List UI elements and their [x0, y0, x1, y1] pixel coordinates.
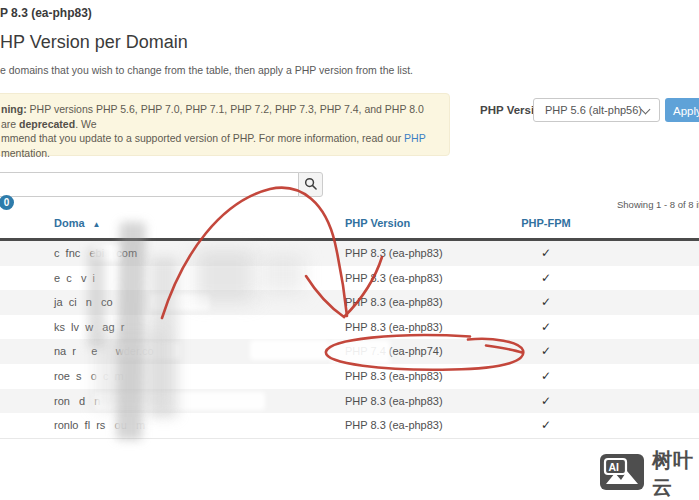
- check-icon: ✓: [506, 364, 586, 389]
- multiphp-manager-page: P 8.3 (ea-php83) HP Version per Domain e…: [0, 0, 699, 500]
- domain-cell: ks lv w ag r: [0, 315, 345, 340]
- warning-deprecated: deprecated: [19, 118, 75, 130]
- table-row[interactable]: e c v i PHP 8.3 (ea-php83) ✓: [0, 266, 699, 291]
- check-icon: ✓: [506, 339, 586, 364]
- sort-asc-icon[interactable]: ▲: [93, 220, 101, 229]
- check-icon: ✓: [506, 290, 586, 315]
- php-version-select[interactable]: PHP 5.6 (alt-php56): [533, 98, 660, 122]
- watermark-brand-text: 树叶云: [652, 447, 699, 500]
- php-version-cell: PHP 8.3 (ea-php83): [345, 241, 506, 266]
- check-icon: ✓: [506, 241, 586, 266]
- domain-cell: na r e wder.co: [0, 339, 345, 364]
- check-icon: ✓: [506, 389, 586, 414]
- php-doc-link[interactable]: PHP: [404, 132, 426, 144]
- domain-cell: ja ci n co: [0, 290, 345, 315]
- warning-line2: mmend that you update to a supported ver…: [1, 132, 404, 144]
- chevron-down-icon: [641, 105, 651, 115]
- table-row[interactable]: ja ci n co PHP 8.3 (ea-php83) ✓: [0, 290, 699, 315]
- check-icon: ✓: [506, 315, 586, 340]
- php-version-cell: PHP 8.3 (ea-php83): [345, 413, 506, 438]
- search-icon: [304, 177, 317, 193]
- php-version-selected-option: PHP 5.6 (alt-php56): [545, 104, 642, 116]
- table-row[interactable]: ks lv w ag r PHP 8.3 (ea-php83) ✓: [0, 315, 699, 340]
- domain-cell: ronlo fl rs ou m: [0, 413, 345, 438]
- table-row[interactable]: ron d n PHP 8.3 (ea-php83) ✓: [0, 389, 699, 414]
- selected-count-badge: 0: [0, 195, 14, 210]
- php-version-cell: PHP 8.3 (ea-php83): [345, 290, 506, 315]
- watermark: AI 树叶云: [599, 447, 699, 500]
- domain-cell: c fnc ebi com: [0, 241, 345, 266]
- check-icon: ✓: [506, 413, 586, 438]
- warning-line1-end: . We: [75, 118, 96, 130]
- page-title: HP Version per Domain: [0, 32, 188, 53]
- table-row[interactable]: c fnc ebi com PHP 8.3 (ea-php83) ✓: [0, 241, 699, 266]
- column-header-domain[interactable]: Doma▲: [0, 217, 345, 229]
- php-version-cell: PHP 8.3 (ea-php83): [345, 315, 506, 340]
- php-version-cell: PHP 8.3 (ea-php83): [345, 364, 506, 389]
- domain-cell: roe s o c m: [0, 364, 345, 389]
- apply-button[interactable]: Apply: [665, 98, 699, 122]
- search-input[interactable]: [0, 172, 299, 197]
- php-version-cell: PHP 8.3 (ea-php83): [345, 266, 506, 291]
- column-header-php-fpm[interactable]: PHP-FPM: [506, 217, 586, 229]
- table-row[interactable]: na r e wder.co PHP 7.4 (ea-php74) ✓: [0, 339, 699, 364]
- system-php-version-label: P 8.3 (ea-php83): [0, 6, 92, 20]
- table-body: c fnc ebi com PHP 8.3 (ea-php83) ✓ e c v…: [0, 241, 699, 438]
- table-bottom-divider: [0, 438, 699, 439]
- php-version-cell: PHP 8.3 (ea-php83): [345, 389, 506, 414]
- warning-line3: mentation.: [1, 147, 50, 159]
- table-header-row: Doma▲ PHP Version PHP-FPM: [0, 217, 699, 229]
- search-button[interactable]: [298, 172, 323, 197]
- pagination-status: Showing 1 - 8 of 8 items: [617, 199, 699, 210]
- check-icon: ✓: [506, 266, 586, 291]
- deprecation-warning-box: ning: PHP versions PHP 5.6, PHP 7.0, PHP…: [0, 93, 450, 156]
- domain-cell: ron d n: [0, 389, 345, 414]
- page-subtitle: e domains that you wish to change from t…: [0, 64, 413, 76]
- domain-cell: e c v i: [0, 266, 345, 291]
- php-version-cell: PHP 7.4 (ea-php74): [345, 339, 506, 364]
- watermark-logo-icon: AI: [599, 453, 645, 495]
- svg-text:AI: AI: [609, 461, 620, 473]
- warning-prefix: ning:: [1, 103, 27, 115]
- table-row[interactable]: roe s o c m PHP 8.3 (ea-php83) ✓: [0, 364, 699, 389]
- column-header-php-version[interactable]: PHP Version: [345, 217, 506, 229]
- table-row[interactable]: ronlo fl rs ou m PHP 8.3 (ea-php83) ✓: [0, 413, 699, 438]
